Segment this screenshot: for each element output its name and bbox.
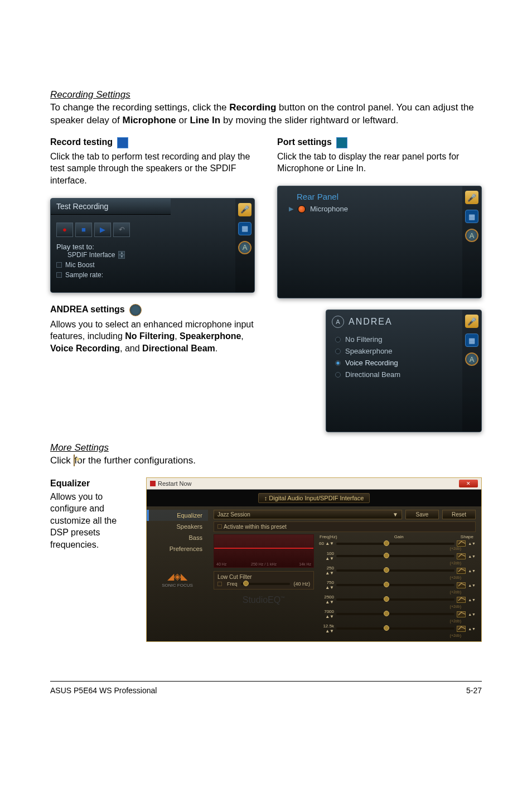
record-button[interactable]: ● [56,223,73,237]
andrea-icon[interactable]: A [238,241,252,254]
microphone-port-icon [298,205,306,213]
sidebar-item-preferences[interactable]: Preferences [147,543,208,554]
low-cut-filter-label: Low Cut Filter [217,574,310,580]
gain-slider[interactable] [336,555,454,557]
sidebar-item-bass[interactable]: Bass [147,532,208,543]
eq-curve-graph: 40 Hz 250 Hz / 1 kHz 14k Hz [214,534,314,568]
freq-label: 60 ▲▼ [317,541,334,546]
speakerphone-radio[interactable] [335,349,341,354]
close-button[interactable]: ✕ [459,480,478,487]
reset-button[interactable]: Reset [442,510,476,519]
andrea-settings-icon [129,304,142,316]
andrea-brand-label: ANDREA [349,317,393,327]
footer-page-number: 5-27 [466,686,482,695]
test-recording-panel: Test Recording ● ■ ▶ ↶ Play test to: [50,198,255,293]
gain-slider[interactable] [336,598,454,601]
footer-product: ASUS P5E64 WS Professional [50,686,157,695]
more-settings-body: Click for the further configurations. [50,455,482,467]
gain-slider[interactable] [336,569,454,572]
gain-slider[interactable] [336,627,454,630]
andrea-icon[interactable]: A [465,352,478,366]
undo-button[interactable]: ↶ [113,223,130,237]
audio-interface-tab[interactable]: ↕ Digital Audio Input/SPDIF Interface [258,493,370,503]
andrea-settings-heading: ANDREA settings [50,305,125,314]
spdif-spinner[interactable]: ▲▼ [118,251,125,259]
mic-boost-checkbox[interactable] [56,262,62,268]
shape-selector[interactable] [457,597,466,603]
more-settings-icon [74,455,75,466]
preset-dropdown[interactable]: Jazz Session▼ [214,510,402,519]
port-grid-icon[interactable]: ▦ [465,334,478,347]
no-filtering-label: No Filtering [345,335,382,344]
freq-label: 7000 ▲▼ [317,609,334,619]
speakerphone-label: Speakerphone [345,347,393,355]
activate-checkbox[interactable] [217,524,222,529]
equalizer-body: Allows you to configure and customize al… [50,491,135,551]
mic-icon[interactable]: 🎤 [465,315,478,328]
shape-selector[interactable] [457,582,466,588]
more-settings-heading: More Settings [50,442,482,453]
record-testing-icon [117,137,128,148]
sonic-focus-logo: SONIC FOCUS [162,583,193,588]
play-test-to-label: Play test to: [56,243,230,251]
recording-settings-body: To change the recording settings, click … [50,102,482,127]
shape-selector[interactable] [457,626,466,632]
window-title: Restart Now [158,480,192,487]
spdif-interface-label: SPDIF Interface [67,251,115,259]
rear-panel-label: Rear Panel [297,192,457,201]
save-button[interactable]: Save [405,510,439,519]
andrea-logo-icon: A [332,316,344,328]
studio-eq-logo: StudioEQ™ [214,595,314,605]
lcf-slider[interactable] [241,583,291,585]
sample-rate-checkbox[interactable] [56,272,62,278]
record-testing-body: Click the tab to perform test recording … [50,151,255,187]
sidebar-item-speakers[interactable]: Speakers [147,521,208,532]
gain-slider[interactable] [336,543,454,545]
shape-selector[interactable] [457,553,466,559]
sidebar-item-equalizer[interactable]: Equalizer [147,510,208,521]
test-recording-tab[interactable]: Test Recording [51,199,171,215]
window-icon [150,481,156,486]
port-settings-icon [336,137,347,148]
record-testing-heading: Record testing [50,137,113,147]
gain-slider[interactable] [336,584,454,586]
equalizer-window: Restart Now ✕ ↕ Digital Audio Input/SPDI… [146,477,482,642]
lcf-checkbox[interactable] [217,582,222,586]
directional-beam-radio[interactable] [335,372,341,378]
activate-label: Activate within this preset [224,524,287,530]
voice-recording-radio[interactable] [335,360,341,366]
stop-button[interactable]: ■ [75,223,92,237]
freq-label: 100 ▲▼ [317,551,334,561]
andrea-panel: A ANDREA No Filtering Speakerphone Voice… [326,310,482,432]
mic-icon[interactable]: 🎤 [238,203,252,216]
no-filtering-radio[interactable] [335,337,341,342]
shape-selector[interactable] [457,611,466,617]
shape-selector[interactable] [457,540,466,547]
gain-slider[interactable] [336,613,454,615]
expand-arrow-icon[interactable]: ▶ [289,205,293,212]
microphone-port-label: Microphone [310,205,348,213]
shape-selector[interactable] [457,568,466,574]
sample-rate-label: Sample rate: [65,271,103,279]
freq-label: 250 ▲▼ [317,566,334,576]
mic-icon[interactable]: 🎤 [465,191,478,204]
equalizer-heading: Equalizer [50,477,135,490]
shape-header: Shape [461,534,473,539]
rear-panel-panel: Rear Panel ▶ Microphone 🎤 ▦ A [277,186,482,298]
freq-label: 2500 ▲▼ [317,595,334,605]
port-settings-body: Click the tab to display the rear panel … [277,151,482,175]
equalizer-sidebar: Equalizer Speakers Bass Preferences ◢◈◣ … [147,506,208,641]
andrea-icon[interactable]: A [465,229,478,242]
port-grid-icon[interactable]: ▦ [465,210,478,223]
play-button[interactable]: ▶ [94,223,111,237]
voice-recording-label: Voice Recording [345,359,398,367]
mic-boost-label: Mic Boost [65,261,95,269]
port-grid-icon[interactable]: ▦ [238,222,252,235]
recording-settings-heading: Recording Settings [50,89,482,100]
andrea-settings-body: Allows you to select an enhanced microph… [50,318,255,355]
gain-header: Gain [394,534,404,539]
directional-beam-label: Directional Beam [345,370,400,379]
port-settings-heading: Port settings [277,137,332,147]
freq-label: 12.5k ▲▼ [317,624,334,634]
freq-header: Freq(Hz) [320,534,337,539]
